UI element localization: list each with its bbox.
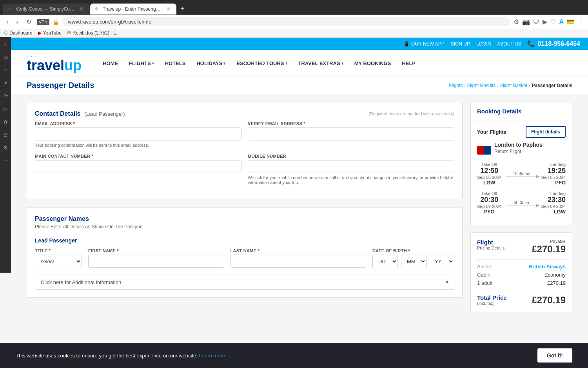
mobile-input[interactable]	[248, 160, 454, 173]
nav-holidays[interactable]: HOLIDAYS ▾	[191, 57, 231, 69]
flight-header-row: London to Paphos Return Flight	[477, 142, 566, 159]
lsb-icon-8[interactable]: ☰	[3, 132, 8, 138]
profile-icon[interactable]: A	[559, 18, 564, 26]
play-icon[interactable]: ▶	[543, 18, 547, 26]
return-times: Take Off 20:30 Sep 09 2024 PFO 5h 0min ▶	[477, 191, 566, 215]
main-content: Contact Details (Lead Passenger) (Requir…	[11, 94, 588, 320]
return-takeoff-time: 20:30	[477, 196, 501, 204]
logo[interactable]: · · · travelup	[27, 54, 82, 73]
nav-escorted-tours[interactable]: ESCORTED TOURS ▾	[231, 57, 292, 69]
lock-icon: 🔒	[53, 19, 59, 25]
nav-home[interactable]: HOME	[97, 57, 123, 69]
last-name-input[interactable]	[230, 255, 367, 268]
flights-arrow: ▾	[152, 61, 154, 66]
lsb-icon-2[interactable]: ◎	[4, 54, 8, 60]
passenger-names-subtitle: Please Enter All Details As Shown On The…	[35, 224, 454, 230]
lsb-icon-3[interactable]: ≡	[4, 67, 7, 73]
bookmark-recibidos[interactable]: ✉ Recibidos (2,752) - t...	[67, 30, 119, 36]
lsb-icon-1[interactable]: ☆	[3, 41, 8, 47]
nav-flights[interactable]: FLIGHTS ▾	[123, 57, 160, 69]
last-name-label: LAST NAME *	[230, 248, 367, 253]
lsb-icon-10[interactable]: ⋯	[3, 158, 8, 164]
nav-travel-extras[interactable]: TRAVEL EXTRAS ▾	[293, 57, 349, 69]
main-phone-label: MAIN CONTACT NUMBER *	[35, 154, 241, 158]
tab-2-close[interactable]: ✕	[165, 6, 172, 12]
phone-number: 📞 0118-956-6464	[527, 40, 580, 47]
nav-my-bookings[interactable]: MY BOOKINGS	[349, 57, 397, 69]
breadcrumb-flights[interactable]: Flights	[449, 83, 463, 88]
pricing-card: Flight Pricing Details Payable £270.19 A…	[470, 232, 572, 312]
url-input[interactable]	[62, 17, 510, 26]
tab-1[interactable]: ✓ Verify Codes — SimplyCod... ✕	[3, 4, 89, 15]
tab-1-favicon: ✓	[8, 6, 13, 12]
cabin-row: Cabin Economy	[477, 272, 566, 278]
cabin-label: Cabin	[477, 272, 490, 278]
pricing-divider-1	[477, 259, 566, 260]
breadcrumb-sep-2: /	[497, 83, 499, 88]
first-name-required-star: *	[117, 248, 119, 253]
verify-email-input[interactable]	[248, 128, 454, 140]
lsb-icon-4[interactable]: ✦	[4, 80, 8, 86]
dob-mm-select[interactable]: MM	[401, 255, 426, 268]
our-new-app-link[interactable]: 📱 OUR NEW APP	[404, 41, 445, 47]
outbound-takeoff-date: Sep 05 2024	[477, 175, 501, 180]
verify-email-group: VERIFY EMAIL ADDRESS *	[248, 121, 454, 148]
lsb-icon-9[interactable]: ⚙	[3, 145, 8, 151]
lsb-icon-7[interactable]: ✿	[4, 119, 8, 125]
camera-icon[interactable]: 📷	[522, 18, 530, 26]
email-group: EMAIL ADDRESS * Your booking confirmatio…	[35, 121, 241, 148]
reload-button[interactable]: ↻	[24, 17, 34, 26]
wallet-icon[interactable]: 💳	[567, 18, 575, 26]
about-us-link[interactable]: ABOUT US	[497, 41, 521, 47]
extensions-icon[interactable]: ⚙	[514, 18, 519, 26]
nav-hotels[interactable]: HOTELS	[160, 57, 191, 69]
dob-yy-select[interactable]: YY	[429, 255, 454, 268]
logo-text-travel: travel	[27, 57, 64, 73]
pricing-amount: £270.19	[532, 244, 566, 255]
left-sidebar: ☆ ◎ ≡ ✦ ⟳ ▷ ✿ ☰ ⚙ ⋯	[0, 37, 11, 273]
payable-label: Payable	[532, 239, 566, 244]
bookmark-youtube[interactable]: ▶ YouTube	[38, 30, 62, 36]
forward-button[interactable]: ›	[14, 18, 20, 26]
page-title: Passenger Details	[27, 81, 94, 90]
passenger-names-card: Passenger Names Please Enter All Details…	[27, 207, 463, 298]
email-input[interactable]	[35, 128, 241, 140]
sign-up-link[interactable]: SIGN UP	[451, 41, 470, 47]
flight-details-button[interactable]: Flight details	[526, 126, 566, 138]
return-flight: Take Off 20:30 Sep 09 2024 PFO 5h 0min ▶	[477, 191, 566, 215]
login-link[interactable]: LOGIN	[476, 41, 491, 47]
lsb-icon-6[interactable]: ▷	[4, 106, 7, 112]
bookmarks-bar: ⊙ Dashboard ▶ YouTube ✉ Recibidos (2,752…	[0, 29, 588, 38]
shield-icon[interactable]: 🛡	[533, 18, 539, 26]
return-arrow: 5h 0min ▶	[505, 200, 538, 206]
youtube-icon: ▶	[38, 30, 42, 36]
heart-icon[interactable]: ♡	[550, 18, 556, 26]
mobile-label: MOBILE NUMBER	[248, 154, 454, 158]
mobile-hint: We ask for your mobile number so we can …	[248, 175, 454, 185]
more-icon[interactable]: ⋮	[578, 18, 584, 26]
return-takeoff: Take Off 20:30 Sep 09 2024 PFO	[477, 191, 501, 215]
lsb-icon-5[interactable]: ⟳	[4, 93, 8, 99]
additional-info-accordion[interactable]: Click here for Additional Information ▾	[35, 275, 454, 290]
return-takeoff-code: PFO	[477, 209, 501, 215]
breadcrumb-flight-basket[interactable]: Flight Basket	[500, 83, 527, 88]
new-tab-button[interactable]: +	[177, 3, 188, 15]
first-name-input[interactable]	[88, 255, 224, 268]
main-phone-input[interactable]	[35, 160, 241, 173]
tab-2[interactable]: ✈ Travelup - Enter Passenger... ✕	[90, 4, 176, 15]
route-info: London to Paphos Return Flight	[494, 142, 543, 159]
dob-dd-select[interactable]: DD	[372, 255, 398, 268]
pricing-details-label: Pricing Details	[477, 246, 505, 250]
main-phone-required-star: *	[92, 154, 94, 158]
back-button[interactable]: ‹	[4, 18, 11, 26]
outbound-landing-date: Sep 05 2024	[541, 175, 566, 180]
breadcrumb-flight-results[interactable]: Flight Results	[467, 83, 496, 88]
passenger-names-header: Passenger Names Please Enter All Details…	[35, 215, 454, 230]
tab-1-close[interactable]: ✕	[78, 6, 85, 12]
nav-help[interactable]: HELP	[396, 57, 421, 69]
logo-text-up: up	[64, 57, 82, 73]
pricing-labels: Flight Pricing Details	[477, 239, 505, 250]
bookmark-dashboard[interactable]: ⊙ Dashboard	[4, 30, 33, 36]
title-select[interactable]: select Mr Mrs Miss Ms Dr	[35, 255, 82, 268]
left-panel: Contact Details (Lead Passenger) (Requir…	[27, 102, 463, 312]
